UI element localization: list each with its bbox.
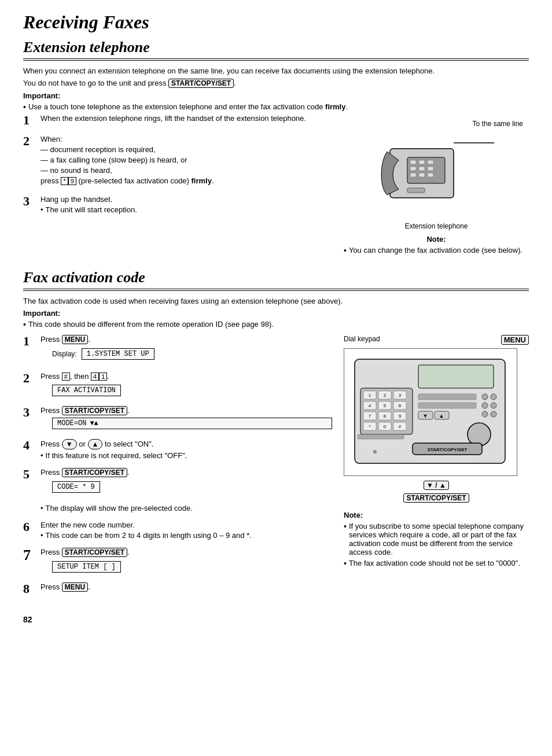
fax-note-label: Note: bbox=[344, 511, 529, 519]
fax-step-6: 6 Enter the new code number. This code c… bbox=[23, 521, 332, 540]
svg-text:▲: ▲ bbox=[439, 413, 444, 419]
extension-section-title: Extension telephone bbox=[23, 39, 529, 61]
svg-point-18 bbox=[491, 403, 496, 408]
svg-text:3: 3 bbox=[399, 393, 402, 398]
svg-text:7: 7 bbox=[369, 414, 371, 419]
fax-step-6-text1: Enter the new code number. bbox=[41, 521, 332, 529]
fax-two-col: 1 Press MENU. Display: 1.SYSTEM SET UP 2 bbox=[23, 335, 529, 603]
svg-point-56 bbox=[373, 450, 377, 453]
svg-point-16 bbox=[491, 394, 496, 400]
menu-kbd-8: MENU bbox=[62, 582, 88, 592]
up-arrow-kbd: ▲ bbox=[88, 439, 103, 449]
same-line-label: To the same line bbox=[473, 120, 523, 128]
fax-step-5: 5 Press START/COPY/SET. CODE= * 9 bbox=[23, 468, 332, 495]
fax-step-1-display-row: Display: 1.SYSTEM SET UP bbox=[52, 346, 332, 362]
fax-note: Note: If you subscribe to some special t… bbox=[344, 511, 529, 568]
page-number: 82 bbox=[23, 615, 529, 624]
fax-step-6-bullet-text: This code can be from 2 to 4 digits in l… bbox=[46, 531, 252, 540]
svg-rect-12 bbox=[407, 188, 425, 193]
fax-step-4-text: Press ▼ or ▲ to select "ON". bbox=[41, 439, 332, 449]
svg-rect-9 bbox=[410, 173, 416, 177]
start-copy-set-kbd-3: START/COPY/SET bbox=[62, 406, 127, 415]
extension-important-bullet: Use a touch tone telephone as the extens… bbox=[23, 102, 529, 112]
fax-step-5-content: Press START/COPY/SET. CODE= * 9 bbox=[41, 468, 332, 495]
svg-text:▼: ▼ bbox=[423, 413, 428, 419]
fax-step-num-6: 6 bbox=[23, 521, 36, 533]
fax-important-label: Important: bbox=[23, 309, 529, 318]
one-key: 1 bbox=[99, 373, 107, 381]
fax-step-num-7: 7 bbox=[23, 548, 36, 563]
fax-step-4-content: Press ▼ or ▲ to select "ON". If this fea… bbox=[41, 439, 332, 460]
dial-keypad-label: Dial keypad bbox=[344, 335, 380, 343]
nine-key: 9 bbox=[68, 177, 76, 185]
svg-rect-55 bbox=[358, 434, 404, 439]
svg-text:2: 2 bbox=[384, 393, 387, 398]
fax-step-7-display: SETUP ITEM [ ] bbox=[52, 559, 332, 574]
svg-text:6: 6 bbox=[399, 403, 402, 408]
extension-intro2-text: You do not have to go to the unit and pr… bbox=[23, 79, 166, 87]
extension-telephone-section: Extension telephone When you connect an … bbox=[23, 39, 529, 257]
fax-activation-title: Fax activation code bbox=[23, 269, 529, 291]
svg-text:0: 0 bbox=[384, 424, 387, 429]
fax-note-bullet-2: The fax activation code should not be se… bbox=[344, 559, 529, 568]
step-2-text2: — document reception is required, bbox=[41, 145, 332, 154]
fax-step-8-content: Press MENU. bbox=[41, 582, 332, 593]
start-kbd: START/COPY/SET bbox=[403, 493, 469, 503]
step-1-content: When the extension telephone rings, lift… bbox=[41, 114, 332, 124]
step-3-content: Hang up the handset. The unit will start… bbox=[41, 195, 332, 214]
svg-rect-46 bbox=[418, 394, 476, 400]
step-num-3: 3 bbox=[23, 195, 36, 208]
fax-step-2: 2 Press #, then 41. FAX ACTIVATION bbox=[23, 372, 332, 398]
fax-step-7-text: Press START/COPY/SET. bbox=[41, 548, 332, 557]
fax-step-num-5: 5 bbox=[23, 468, 36, 481]
menu-kbd-diagram: MENU bbox=[501, 335, 529, 345]
fax-step-8: 8 Press MENU. bbox=[23, 582, 332, 595]
fax-step-5b-bullet: The display will show the pre-selected c… bbox=[41, 504, 193, 512]
fax-step-7-content: Press START/COPY/SET. SETUP ITEM [ ] bbox=[41, 548, 332, 574]
note-label: Note: bbox=[344, 235, 529, 244]
fax-step-num-2: 2 bbox=[23, 372, 36, 385]
start-kbd-label: START/COPY/SET bbox=[344, 493, 529, 503]
svg-text:START/COPY/SET: START/COPY/SET bbox=[428, 447, 468, 452]
nav-kbd: ▼ / ▲ bbox=[424, 481, 449, 490]
fax-step-5-text: Press START/COPY/SET. bbox=[41, 468, 332, 477]
svg-text:5: 5 bbox=[384, 403, 387, 408]
svg-rect-14 bbox=[418, 365, 494, 388]
svg-text:8: 8 bbox=[384, 414, 387, 419]
fax-steps-col: 1 Press MENU. Display: 1.SYSTEM SET UP 2 bbox=[23, 335, 332, 603]
fax-step-2-display: FAX ACTIVATION bbox=[52, 383, 332, 398]
svg-text:1: 1 bbox=[369, 393, 371, 398]
device-diagram: 1 2 3 4 5 6 7 8 bbox=[344, 348, 517, 476]
svg-rect-3 bbox=[410, 160, 416, 164]
fax-step-2-content: Press #, then 41. FAX ACTIVATION bbox=[41, 372, 332, 398]
fax-step-1: 1 Press MENU. Display: 1.SYSTEM SET UP bbox=[23, 335, 332, 364]
fax-step-2-text: Press #, then 41. bbox=[41, 372, 332, 381]
step-2-text3: — a fax calling tone (slow beep) is hear… bbox=[41, 156, 332, 164]
fax-step-4: 4 Press ▼ or ▲ to select "ON". If this f… bbox=[23, 439, 332, 460]
svg-text:9: 9 bbox=[399, 414, 402, 419]
svg-text:#: # bbox=[399, 424, 402, 429]
extension-caption: Extension telephone bbox=[344, 222, 529, 230]
four-key: 4 bbox=[91, 373, 99, 381]
extension-important-label: Important: bbox=[23, 91, 529, 100]
extension-step-1: 1 When the extension telephone rings, li… bbox=[23, 114, 332, 127]
extension-step-3: 3 Hang up the handset. The unit will sta… bbox=[23, 195, 332, 214]
fax-step-1-text: Press MENU. bbox=[41, 335, 332, 344]
svg-text:*: * bbox=[369, 424, 370, 429]
extension-two-col: 1 When the extension telephone rings, li… bbox=[23, 114, 529, 257]
svg-rect-6 bbox=[410, 167, 416, 171]
start-copy-set-kbd-7: START/COPY/SET bbox=[62, 548, 127, 557]
fax-step-num-1: 1 bbox=[23, 335, 36, 348]
display-value-2: FAX ACTIVATION bbox=[52, 385, 121, 396]
fax-step-3-text: Press START/COPY/SET. bbox=[41, 406, 332, 415]
display-label-1: Display: bbox=[52, 350, 77, 358]
fax-step-3: 3 Press START/COPY/SET. MODE=ON ▼▲ bbox=[23, 406, 332, 431]
fax-step-5b: The display will show the pre-selected c… bbox=[41, 503, 332, 512]
fax-step-5b-text: The display will show the pre-selected c… bbox=[46, 504, 193, 512]
fax-activation-intro: The fax activation code is used when rec… bbox=[23, 297, 529, 305]
svg-rect-47 bbox=[418, 403, 476, 408]
svg-rect-10 bbox=[419, 173, 425, 177]
fax-step-list: 1 Press MENU. Display: 1.SYSTEM SET UP 2 bbox=[23, 335, 332, 595]
svg-point-15 bbox=[482, 394, 488, 400]
display-value-7: SETUP ITEM [ ] bbox=[52, 561, 121, 573]
